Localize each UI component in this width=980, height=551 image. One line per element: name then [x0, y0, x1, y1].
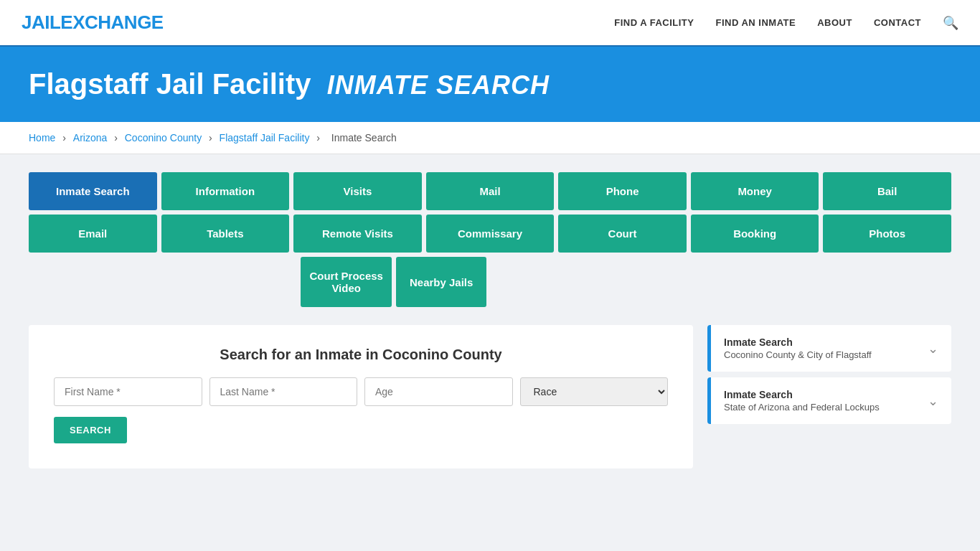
- nav-about[interactable]: ABOUT: [817, 17, 852, 28]
- chevron-down-icon-2: ⌄: [928, 393, 938, 409]
- breadcrumb-sep-2: ›: [114, 132, 121, 143]
- first-name-input[interactable]: [54, 377, 202, 406]
- tab-row-1: Inmate Search Information Visits Mail Ph…: [29, 172, 951, 210]
- logo-part2: EXCHANGE: [60, 11, 163, 33]
- age-input[interactable]: [364, 377, 513, 406]
- inmate-search-box: Search for an Inmate in Coconino County …: [29, 325, 693, 468]
- tab-booking[interactable]: Booking: [691, 215, 819, 253]
- tab-information[interactable]: Information: [161, 172, 290, 210]
- site-header: JAILEXCHANGE FIND A FACILITY FIND AN INM…: [0, 0, 980, 47]
- tab-commissary[interactable]: Commissary: [426, 215, 555, 253]
- sidebar-card-arizona: Inmate Search State of Arizona and Feder…: [707, 377, 951, 424]
- tab-inmate-search[interactable]: Inmate Search: [29, 172, 157, 210]
- tab-court-process-video[interactable]: Court Process Video: [301, 257, 392, 307]
- tab-money[interactable]: Money: [691, 172, 819, 210]
- tab-photos[interactable]: Photos: [823, 215, 951, 253]
- tab-row-3: Court Process Video Nearby Jails: [29, 257, 951, 307]
- tab-mail[interactable]: Mail: [426, 172, 555, 210]
- nav-find-inmate[interactable]: FIND AN INMATE: [715, 17, 796, 28]
- sidebar-card-arizona-text: Inmate Search State of Arizona and Feder…: [724, 389, 880, 413]
- breadcrumb-home[interactable]: Home: [29, 132, 55, 143]
- search-button[interactable]: SEARCH: [54, 417, 127, 443]
- tab-row-2: Email Tablets Remote Visits Commissary C…: [29, 215, 951, 253]
- tab-tablets[interactable]: Tablets: [161, 215, 290, 253]
- tab-remote-visits[interactable]: Remote Visits: [293, 215, 422, 253]
- tab-visits[interactable]: Visits: [293, 172, 422, 210]
- sidebar-card-coconino-sub: Coconino County & City of Flagstaff: [724, 349, 872, 360]
- sidebar-card-arizona-sub: State of Arizona and Federal Lockups: [724, 402, 880, 413]
- sidebar-card-arizona-header[interactable]: Inmate Search State of Arizona and Feder…: [711, 377, 951, 424]
- breadcrumb: Home › Arizona › Coconino County › Flags…: [0, 122, 980, 154]
- site-logo[interactable]: JAILEXCHANGE: [22, 11, 164, 34]
- breadcrumb-arizona[interactable]: Arizona: [73, 132, 107, 143]
- nav-contact[interactable]: CONTACT: [874, 17, 921, 28]
- tab-nearby-jails[interactable]: Nearby Jails: [396, 257, 487, 307]
- page-heading: Flagstaff Jail Facility INMATE SEARCH: [29, 68, 951, 100]
- search-title: Search for an Inmate in Coconino County: [54, 347, 668, 363]
- tab-bail[interactable]: Bail: [823, 172, 951, 210]
- sidebar-card-arizona-title: Inmate Search: [724, 389, 880, 400]
- race-select[interactable]: Race White Black Hispanic Asian Other: [520, 377, 669, 406]
- hero-title-main: Flagstaff Jail Facility: [29, 68, 311, 100]
- sidebar-card-coconino-text: Inmate Search Coconino County & City of …: [724, 336, 872, 360]
- tab-phone[interactable]: Phone: [558, 172, 687, 210]
- main-nav: FIND A FACILITY FIND AN INMATE ABOUT CON…: [614, 15, 958, 31]
- search-icon[interactable]: 🔍: [943, 15, 958, 31]
- chevron-down-icon: ⌄: [928, 341, 938, 357]
- breadcrumb-county[interactable]: Coconino County: [125, 132, 202, 143]
- nav-find-facility[interactable]: FIND A FACILITY: [614, 17, 694, 28]
- search-fields: Race White Black Hispanic Asian Other: [54, 377, 668, 406]
- tab-court[interactable]: Court: [558, 215, 687, 253]
- tab-email[interactable]: Email: [29, 215, 157, 253]
- last-name-input[interactable]: [209, 377, 358, 406]
- breadcrumb-sep-3: ›: [209, 132, 215, 143]
- breadcrumb-sep-4: ›: [316, 132, 323, 143]
- sidebar: Inmate Search Coconino County & City of …: [707, 325, 951, 468]
- breadcrumb-facility[interactable]: Flagstaff Jail Facility: [220, 132, 310, 143]
- breadcrumb-sep-1: ›: [62, 132, 69, 143]
- main-content: Inmate Search Information Visits Mail Ph…: [0, 154, 980, 486]
- breadcrumb-current: Inmate Search: [331, 132, 397, 143]
- hero-banner: Flagstaff Jail Facility INMATE SEARCH: [0, 47, 980, 122]
- logo-part1: JAIL: [22, 11, 60, 33]
- sidebar-card-coconino: Inmate Search Coconino County & City of …: [707, 325, 951, 372]
- content-area: Search for an Inmate in Coconino County …: [29, 325, 951, 468]
- sidebar-card-coconino-header[interactable]: Inmate Search Coconino County & City of …: [711, 325, 951, 372]
- sidebar-card-coconino-title: Inmate Search: [724, 336, 872, 348]
- hero-title-em: INMATE SEARCH: [327, 70, 550, 100]
